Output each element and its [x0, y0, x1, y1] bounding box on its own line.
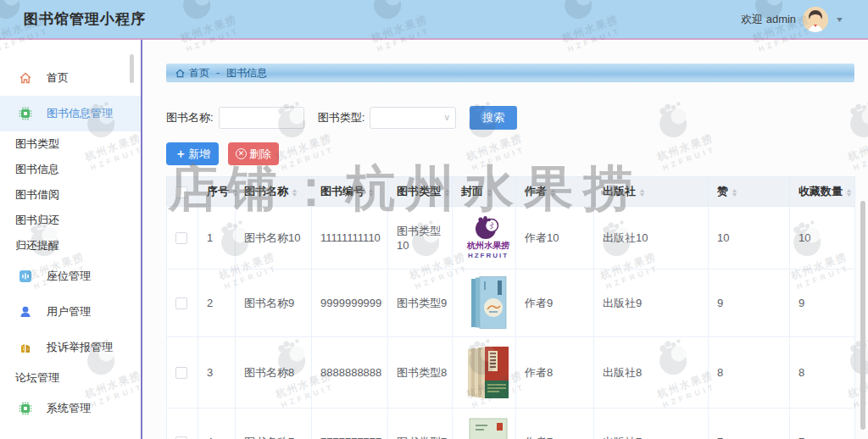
table-row: 4图书名称77777777777图书类型7作者7出版社777 [167, 408, 855, 439]
sort-carets-icon[interactable]: ▲▼ [732, 188, 737, 197]
avatar-face [803, 7, 828, 32]
breadcrumb-separator: - [216, 67, 220, 79]
column-header[interactable]: 封面▲▼ [453, 177, 516, 207]
delete-button[interactable]: ✕删除 [228, 142, 279, 165]
table-row: 1图书名称1011111111110图书类型10杭州水果捞HZFRUIT作者10… [167, 207, 855, 270]
cell-type: 图书类型8 [388, 337, 453, 408]
cell-favorites: 10 [790, 207, 855, 270]
column-header[interactable]: 赞▲▼ [709, 177, 790, 207]
column-header[interactable]: 作者▲▼ [516, 177, 594, 207]
row-checkbox[interactable] [175, 232, 187, 244]
column-header[interactable]: 收藏数量▲▼ [790, 177, 855, 207]
sidebar-item-label: 图书借阅 [15, 187, 59, 203]
sort-carets-icon[interactable]: ▲▼ [368, 188, 374, 197]
column-header[interactable]: 出版社▲▼ [594, 177, 709, 207]
breadcrumb-home-icon [175, 68, 186, 79]
cell-name: 图书名称8 [236, 337, 312, 408]
sidebar-item-7[interactable]: 座位管理 [0, 258, 141, 294]
sort-carets-icon[interactable]: ▲▼ [444, 188, 450, 197]
column-header-label: 作者 [525, 185, 547, 197]
sidebar-item-label: 论坛管理 [15, 370, 59, 386]
book-type-select[interactable]: ∨ [370, 107, 456, 129]
column-header-label: 序号 [207, 185, 229, 197]
search-button[interactable]: 搜索 [470, 106, 517, 130]
sidebar-item-label: 归还提醒 [15, 238, 59, 253]
cell-name: 图书名称9 [236, 270, 312, 337]
select-all-header-cell [167, 177, 198, 207]
sidebar-item-label: 图书信息 [15, 162, 59, 177]
column-header-label: 图书编号 [320, 185, 364, 197]
column-header-label: 出版社 [603, 185, 636, 197]
sidebar-item-label: 图书信息管理 [47, 106, 113, 121]
app-title: 图书馆管理小程序 [24, 9, 146, 29]
sort-carets-icon[interactable]: ▲▼ [232, 188, 238, 197]
report-icon [19, 341, 32, 354]
sort-carets-icon[interactable]: ▲▼ [639, 188, 645, 197]
sidebar-menu: 首页图书信息管理图书类型图书信息图书借阅图书归还归还提醒座位管理用户管理投诉举报… [0, 60, 141, 426]
column-header[interactable]: 图书名称▲▼ [236, 177, 312, 207]
sort-carets-icon[interactable]: ▲▼ [846, 188, 852, 197]
red-book-set-cover[interactable] [461, 346, 515, 400]
sidebar-item-3[interactable]: 图书信息 [0, 157, 141, 182]
add-button[interactable]: ＋新增 [166, 142, 219, 165]
sidebar-item-8[interactable]: 用户管理 [0, 294, 141, 330]
sidebar-item-0[interactable]: 首页 [0, 60, 141, 96]
action-buttons: ＋新增 ✕删除 [166, 142, 868, 165]
select-all-checkbox[interactable] [175, 186, 187, 198]
row-checkbox[interactable] [175, 297, 187, 309]
sort-carets-icon[interactable]: ▲▼ [550, 188, 556, 197]
sidebar-item-6[interactable]: 归还提醒 [0, 233, 141, 258]
sidebar-item-4[interactable]: 图书借阅 [0, 182, 141, 208]
column-header[interactable]: 图书编号▲▼ [312, 177, 388, 207]
hzfruit-logo-cover[interactable]: 杭州水果捞HZFRUIT [461, 215, 515, 261]
chevron-down-icon[interactable]: ▼ [835, 15, 844, 24]
main-content: 首页 - 图书信息 图书名称: 图书类型: ∨ 搜索 ＋新增 ✕删除 [144, 40, 868, 439]
sidebar-item-label: 系统管理 [47, 401, 91, 416]
table-header-row: 序号▲▼图书名称▲▼图书编号▲▼图书类型▲▼封面▲▼作者▲▼出版社▲▼赞▲▼收藏… [167, 177, 855, 207]
cell-cover [453, 408, 516, 439]
row-checkbox[interactable] [175, 367, 187, 379]
column-header[interactable]: 序号▲▼ [198, 177, 236, 207]
seat-icon [19, 270, 32, 283]
avatar[interactable] [803, 7, 828, 32]
cell-favorites: 7 [790, 408, 855, 439]
sidebar-item-5[interactable]: 图书归还 [0, 208, 141, 233]
sort-carets-icon[interactable]: ▲▼ [487, 188, 492, 197]
cell-likes: 10 [709, 207, 790, 270]
cell-no: 2 [198, 270, 236, 337]
page-scrollbar[interactable] [860, 201, 865, 430]
chip-icon [19, 402, 32, 415]
breadcrumb-home[interactable]: 首页 [189, 66, 209, 81]
cell-author: 作者10 [516, 207, 594, 270]
row-select-cell [167, 408, 198, 439]
cell-code: 9999999999 [312, 270, 388, 337]
breadcrumb-current: 图书信息 [226, 66, 267, 81]
sort-carets-icon[interactable]: ▲▼ [292, 188, 298, 197]
blue-book-cover[interactable] [461, 276, 515, 331]
green-book-cover[interactable] [461, 417, 515, 439]
column-header[interactable]: 图书类型▲▼ [388, 177, 453, 207]
cell-favorites: 8 [790, 337, 855, 408]
cell-publisher: 出版社7 [594, 408, 709, 439]
book-name-label: 图书名称: [166, 110, 214, 125]
sidebar-item-2[interactable]: 图书类型 [0, 131, 141, 157]
book-type-label: 图书类型: [318, 110, 365, 125]
sidebar-item-1[interactable]: 图书信息管理 [0, 96, 141, 131]
sidebar-item-9[interactable]: 投诉举报管理 [0, 330, 141, 365]
column-header-label: 图书类型 [397, 185, 441, 197]
sidebar-scrollbar[interactable] [130, 54, 134, 83]
sidebar-item-11[interactable]: 系统管理 [0, 391, 141, 426]
book-name-input[interactable] [219, 107, 304, 129]
cell-type: 图书类型7 [388, 408, 453, 439]
cell-likes: 9 [709, 270, 790, 337]
cell-publisher: 出版社8 [594, 337, 709, 408]
select-chevron-icon: ∨ [443, 112, 450, 123]
cell-likes: 8 [709, 337, 790, 408]
cell-type: 图书类型9 [388, 270, 453, 337]
sidebar-item-10[interactable]: 论坛管理 [0, 365, 141, 391]
sidebar-item-label: 投诉举报管理 [47, 340, 113, 355]
cell-publisher: 出版社10 [594, 207, 709, 270]
app-window: 图书馆管理小程序 欢迎 admin ▼ 首页图书信息管理图书类型图书信息图书借阅… [0, 0, 868, 439]
svg-text:杭州水果捞: 杭州水果捞 [466, 241, 510, 250]
cell-name: 图书名称7 [236, 408, 312, 439]
